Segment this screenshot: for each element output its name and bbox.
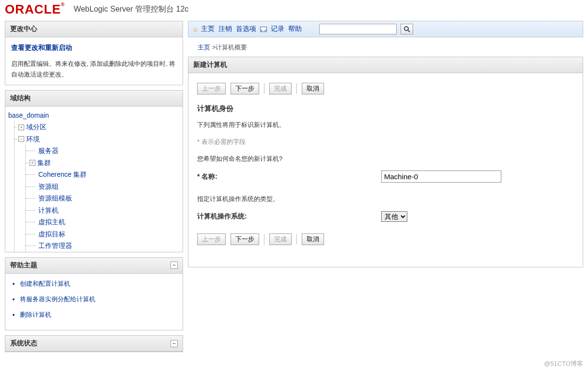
home-icon: ⌂ [193,25,197,33]
system-status-title: 系统状态 [10,339,37,348]
os-label: 计算机操作系统: [197,212,381,221]
tree-leaf-clusters[interactable]: 集群 [37,157,51,169]
expand-icon[interactable]: + [18,124,24,130]
breadcrumb-current: 计算机概要 [216,44,247,51]
domain-tree[interactable]: base_domain +域分区 −环境 服务器 +集群 Coherence 集… [5,107,183,252]
tree-leaf-vtargets[interactable]: 虚拟目标 [38,230,65,238]
breadcrumb: 主页 >计算机概要 [188,41,583,57]
view-changes-link[interactable]: 查看更改和重新启动 [11,42,177,54]
change-center-header: 更改中心 [5,21,183,37]
tree-leaf-servers[interactable]: 服务器 [38,147,59,155]
top-toolbar: ⌂ 主页 注销 首选项 记录 帮助 [188,21,583,37]
tree-leaf-resgroup[interactable]: 资源组 [38,183,59,190]
section-title: 计算机身份 [197,104,574,113]
domain-structure-header: 域结构 [5,91,183,107]
next-button[interactable]: 下一步 [231,83,259,94]
svg-point-0 [404,27,408,31]
app-header: ORACLE® WebLogic Server 管理控制台 12c [0,0,588,21]
toolbar-home[interactable]: 主页 [201,25,215,33]
finish-button: 完成 [269,83,292,94]
oracle-logo: ORACLE® [5,2,65,17]
tree-leaf-workmgr[interactable]: 工作管理器 [38,242,72,249]
change-center-desc: 启用配置编辑。将来在修改, 添加或删除此域中的项目时, 将自动激活这些更改。 [11,59,177,80]
os-select[interactable]: 其他 [381,211,407,222]
toolbar-help[interactable]: 帮助 [288,25,302,33]
expand-icon[interactable]: + [30,160,35,166]
search-input[interactable] [319,24,397,34]
toolbar-logout[interactable]: 注销 [218,25,232,33]
tree-leaf-resgroup-tmpl[interactable]: 资源组模板 [38,194,72,202]
cancel-button[interactable]: 取消 [302,83,324,94]
app-title: WebLogic Server 管理控制台 12c [74,4,188,15]
tree-node-partition[interactable]: 域分区 [26,121,46,133]
breadcrumb-home[interactable]: 主页 [198,44,210,51]
machine-name-input[interactable] [381,170,501,183]
main-content-panel: 新建计算机 上一步 下一步 完成 取消 计算机身份 下列属性将用于标识新计算机。… [188,57,583,267]
required-note: * 表示必需的字段 [197,137,574,147]
record-icon [260,27,267,32]
collapse-icon[interactable]: − [18,136,24,142]
tree-leaf-coherence[interactable]: Coherence 集群 [38,170,87,178]
next-button[interactable]: 下一步 [231,233,259,245]
content-panel-title: 新建计算机 [188,57,583,73]
toolbar-record[interactable]: 记录 [271,25,284,33]
section-desc: 下列属性将用于标识新计算机。 [197,120,574,130]
help-topics-panel: 帮助主题 − 创建和配置计算机 将服务器实例分配给计算机 删除计算机 [5,257,183,330]
help-link-create[interactable]: 创建和配置计算机 [20,280,70,287]
svg-line-1 [408,30,410,32]
search-icon [403,26,410,32]
name-prompt: 您希望如何命名您的新计算机? [197,154,574,164]
domain-structure-panel: 域结构 base_domain +域分区 −环境 服务器 +集群 Coheren… [5,90,183,252]
domain-structure-title: 域结构 [10,94,31,103]
back-button: 上一步 [197,233,226,245]
help-link-assign[interactable]: 将服务器实例分配给计算机 [20,295,95,303]
change-center-title: 更改中心 [10,25,37,33]
system-status-panel: 系统状态 − [5,335,183,352]
tree-leaf-machines[interactable]: 计算机 [38,206,59,214]
toolbar-preferences[interactable]: 首选项 [236,25,256,33]
help-link-delete[interactable]: 删除计算机 [20,311,51,318]
collapse-icon[interactable]: − [170,262,178,269]
tree-leaf-vhosts[interactable]: 虚拟主机 [38,218,65,226]
finish-button: 完成 [269,233,292,245]
back-button: 上一步 [197,83,226,94]
help-topics-title: 帮助主题 [10,261,37,270]
os-prompt: 指定计算机操作系统的类型。 [197,194,574,204]
collapse-icon[interactable]: − [170,340,178,347]
tree-root[interactable]: base_domain [8,109,49,122]
search-button[interactable] [401,24,413,34]
tree-node-environment[interactable]: 环境 [26,133,40,145]
change-center-panel: 更改中心 查看更改和重新启动 启用配置编辑。将来在修改, 添加或删除此域中的项目… [5,21,183,85]
name-label: * 名称: [197,172,381,181]
cancel-button[interactable]: 取消 [302,233,324,245]
wizard-buttons-top: 上一步 下一步 完成 取消 [197,83,574,94]
wizard-buttons-bottom: 上一步 下一步 完成 取消 [197,233,574,245]
